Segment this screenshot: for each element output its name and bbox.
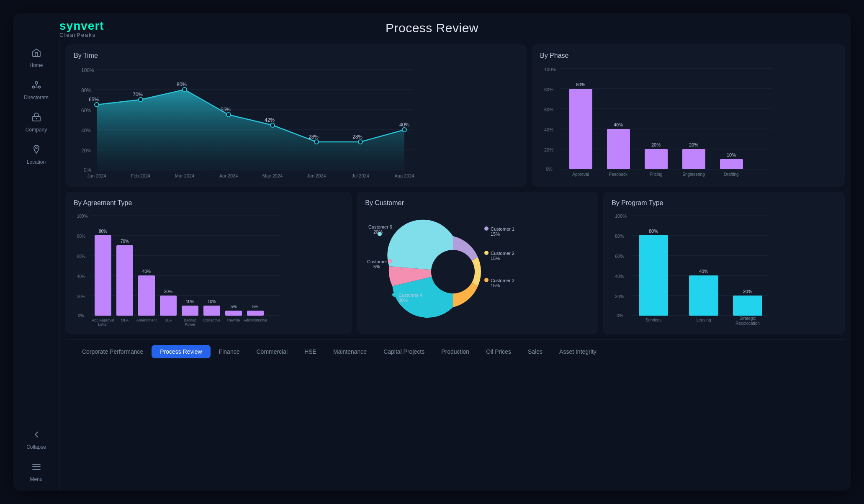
- svg-text:Customer 4: Customer 4: [399, 293, 422, 298]
- svg-point-25: [402, 128, 406, 132]
- sidebar-item-menu[interactable]: Menu: [18, 458, 55, 486]
- tab-maintenance[interactable]: Maintenance: [325, 345, 375, 358]
- svg-point-24: [358, 140, 363, 144]
- sidebar-item-company[interactable]: Company: [18, 108, 55, 137]
- svg-point-117: [392, 293, 396, 297]
- sidebar-item-home[interactable]: Home: [18, 44, 55, 72]
- svg-text:60%: 60%: [615, 254, 624, 259]
- svg-rect-54: [569, 89, 592, 169]
- by-phase-title: By Phase: [540, 52, 836, 59]
- svg-rect-81: [95, 235, 111, 316]
- svg-text:Rewrite: Rewrite: [227, 318, 240, 322]
- svg-text:Aug 2024: Aug 2024: [394, 173, 414, 178]
- svg-text:Services: Services: [645, 318, 661, 322]
- svg-text:40%: 40%: [615, 274, 624, 279]
- charts-row-2: By Agreement Type 100% 80% 60% 40% 20% 0…: [65, 192, 845, 334]
- svg-text:Jun 2024: Jun 2024: [307, 173, 326, 178]
- svg-text:40%: 40%: [544, 127, 553, 132]
- svg-text:40%: 40%: [81, 128, 91, 134]
- svg-text:15%: 15%: [491, 231, 500, 237]
- svg-point-4: [36, 118, 37, 119]
- svg-text:20%: 20%: [373, 229, 383, 234]
- svg-text:5%: 5%: [373, 264, 380, 269]
- tab-corporate-performance[interactable]: Corporate Performance: [74, 345, 152, 358]
- svg-rect-55: [607, 129, 630, 169]
- svg-text:80%: 80%: [177, 82, 187, 87]
- svg-rect-82: [116, 245, 133, 316]
- sidebar-item-location[interactable]: Location: [18, 140, 55, 169]
- svg-text:40%: 40%: [399, 122, 409, 128]
- svg-text:Amendment: Amendment: [136, 318, 157, 322]
- svg-rect-138: [639, 235, 668, 316]
- svg-text:Customer 6: Customer 6: [368, 224, 392, 229]
- svg-point-108: [484, 226, 489, 231]
- svg-text:Customer 5: Customer 5: [367, 259, 391, 264]
- svg-text:5%: 5%: [231, 304, 237, 309]
- tab-process-review[interactable]: Process Review: [152, 345, 210, 358]
- tab-commercial[interactable]: Commercial: [248, 345, 296, 358]
- by-time-card: By Time 100% 80% 60% 40% 20% 0%: [65, 44, 527, 187]
- svg-text:Leasing: Leasing: [697, 318, 711, 322]
- svg-text:20%: 20%: [164, 289, 172, 294]
- svg-text:65%: 65%: [89, 97, 99, 103]
- svg-text:10%: 10%: [186, 299, 194, 304]
- svg-text:28%: 28%: [309, 134, 319, 140]
- charts-row-1: By Time 100% 80% 60% 40% 20% 0%: [65, 44, 845, 187]
- svg-text:60%: 60%: [77, 254, 85, 259]
- svg-text:40%: 40%: [699, 269, 708, 274]
- svg-text:Pricing: Pricing: [650, 172, 663, 177]
- svg-text:20%: 20%: [689, 142, 698, 147]
- svg-rect-139: [689, 275, 718, 316]
- svg-point-1: [32, 86, 34, 88]
- svg-text:Apr 2024: Apr 2024: [219, 173, 238, 178]
- svg-point-2: [38, 86, 40, 88]
- svg-text:Engineering: Engineering: [682, 172, 705, 177]
- by-customer-chart: Customer 1 15% Customer 2 15% Customer 3…: [365, 211, 541, 328]
- svg-text:10%: 10%: [727, 152, 736, 157]
- svg-text:10%: 10%: [208, 299, 216, 304]
- svg-text:Feb 2024: Feb 2024: [131, 173, 150, 178]
- svg-text:28%: 28%: [352, 134, 363, 140]
- by-agreement-title: By Agreement Type: [74, 199, 343, 207]
- svg-text:60%: 60%: [544, 107, 553, 112]
- bottom-nav: Corporate Performance Process Review Fin…: [65, 339, 845, 363]
- svg-text:Administrative: Administrative: [244, 318, 267, 322]
- svg-point-18: [95, 103, 99, 107]
- svg-text:100%: 100%: [81, 67, 94, 73]
- content-area: By Time 100% 80% 60% 40% 20% 0%: [59, 39, 851, 491]
- svg-text:Mar 2024: Mar 2024: [175, 173, 194, 178]
- svg-rect-84: [160, 296, 177, 316]
- tab-asset-integrity[interactable]: Asset Integrity: [551, 345, 605, 358]
- svg-text:15%: 15%: [491, 256, 500, 261]
- svg-text:20%: 20%: [615, 294, 624, 299]
- svg-rect-57: [682, 149, 705, 169]
- sidebar-home-label: Home: [29, 62, 43, 68]
- svg-text:20%: 20%: [651, 142, 661, 147]
- tab-oil-prices[interactable]: Oil Prices: [478, 345, 519, 358]
- tab-production[interactable]: Production: [433, 345, 478, 358]
- svg-text:80%: 80%: [77, 234, 85, 239]
- svg-text:60%: 60%: [81, 108, 91, 113]
- tab-finance[interactable]: Finance: [211, 345, 248, 358]
- sidebar-company-label: Company: [26, 127, 47, 133]
- svg-text:Feedback: Feedback: [609, 172, 628, 177]
- svg-text:100%: 100%: [615, 213, 627, 219]
- svg-rect-87: [225, 311, 242, 316]
- svg-point-20: [183, 87, 187, 92]
- tab-sales[interactable]: Sales: [519, 345, 551, 358]
- tab-capital-projects[interactable]: Capital Projects: [375, 345, 433, 358]
- by-time-chart: 100% 80% 60% 40% 20% 0%: [74, 64, 417, 181]
- svg-text:80%: 80%: [544, 87, 553, 92]
- sidebar-item-collapse[interactable]: Collapse: [18, 425, 55, 454]
- svg-text:Customer 3: Customer 3: [491, 278, 514, 283]
- svg-text:0%: 0%: [78, 314, 84, 318]
- svg-text:55%: 55%: [221, 107, 231, 113]
- svg-rect-85: [182, 306, 198, 316]
- sidebar-item-directorate[interactable]: Directorate: [18, 76, 55, 105]
- logo-sub: ClearPeaks: [59, 32, 96, 38]
- by-program-chart: 100% 80% 60% 40% 20% 0%: [612, 211, 771, 328]
- svg-point-111: [484, 251, 489, 255]
- svg-point-107: [431, 250, 475, 293]
- tab-hse[interactable]: HSE: [296, 345, 325, 358]
- svg-text:70%: 70%: [121, 239, 129, 244]
